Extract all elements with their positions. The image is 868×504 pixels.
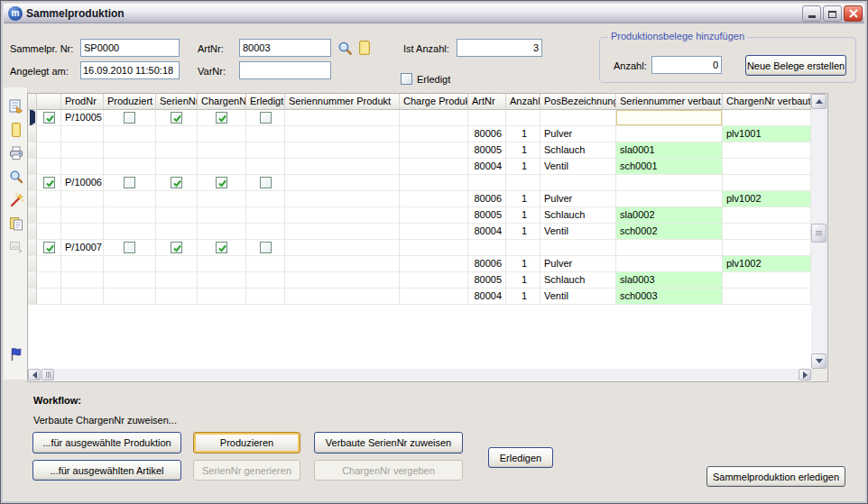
cell-posbezeichnung[interactable]: Ventil	[540, 159, 616, 175]
cell-charge-produkt[interactable]	[400, 272, 468, 289]
component-row[interactable]: 800041Ventilsch0003	[28, 289, 811, 305]
cell-seriennummer-verbaut[interactable]	[616, 256, 723, 272]
cell-chargennr[interactable]	[198, 191, 246, 207]
cell-prodnr[interactable]	[61, 256, 104, 272]
cell-erledigt[interactable]	[246, 224, 285, 240]
cell-chargennr-verbaut[interactable]	[723, 207, 811, 224]
cell-prodnr[interactable]	[61, 142, 104, 159]
image-export-icon-disabled[interactable]	[8, 239, 24, 255]
cell-prodnr[interactable]	[61, 207, 104, 224]
component-row[interactable]: 800061Pulverplv1002	[28, 191, 811, 207]
cell-posbezeichnung[interactable]	[540, 240, 616, 256]
cell-artnr[interactable]: 80006	[468, 126, 506, 142]
cell-prodnr[interactable]: P/10007	[61, 240, 104, 256]
grid-column-header-chargennr-verbaut[interactable]: ChargenNr verbaut	[723, 94, 811, 110]
sticky-note-icon[interactable]	[8, 122, 24, 138]
cell-anzahl[interactable]	[506, 240, 540, 256]
cell-erledigt[interactable]	[246, 272, 285, 289]
cell-anzahl[interactable]: 1	[506, 126, 540, 142]
cell-charge-produkt[interactable]	[400, 126, 468, 142]
grid-checkbox-select[interactable]	[43, 242, 55, 253]
cell-posbezeichnung[interactable]: Pulver	[540, 256, 616, 272]
cell-chargennr[interactable]	[198, 289, 246, 305]
cell-posbezeichnung[interactable]: Schlauch	[540, 272, 616, 289]
row-selector[interactable]	[28, 175, 37, 191]
erledigen-button[interactable]: Erledigen	[488, 447, 553, 468]
cell-produziert[interactable]	[104, 175, 156, 191]
grid-checkbox-erledigt[interactable]	[260, 112, 272, 124]
cell-select[interactable]	[37, 142, 61, 159]
grid-checkbox-produziert[interactable]	[124, 112, 135, 124]
search-article-button[interactable]	[336, 39, 354, 57]
cell-seriennummer-produkt[interactable]	[285, 207, 400, 224]
cell-charge-produkt[interactable]	[400, 191, 468, 207]
grid-column-header-charge-produkt[interactable]: Charge Produkt	[400, 94, 468, 110]
production-row[interactable]: P/10005	[28, 110, 811, 126]
erledigt-checkbox[interactable]	[401, 73, 412, 85]
horizontal-scrollbar[interactable]	[28, 369, 811, 381]
cell-charge-produkt[interactable]	[400, 207, 468, 224]
grid-checkbox-erledigt[interactable]	[260, 177, 272, 188]
cell-artnr[interactable]: 80005	[468, 207, 506, 224]
cell-seriennummer-verbaut[interactable]	[616, 240, 723, 256]
grid-column-header-seriennr[interactable]: SerienNr	[156, 94, 198, 110]
cell-chargennr-verbaut[interactable]	[723, 224, 811, 240]
cell-erledigt[interactable]	[246, 191, 285, 207]
cell-seriennr[interactable]	[156, 256, 198, 272]
cell-seriennr[interactable]	[156, 175, 198, 191]
cell-select[interactable]	[37, 207, 61, 224]
cell-prodnr[interactable]: P/10006	[61, 175, 104, 191]
copy-document-icon[interactable]	[8, 215, 24, 232]
cell-anzahl[interactable]: 1	[506, 207, 540, 224]
cell-charge-produkt[interactable]	[400, 224, 468, 240]
row-selector[interactable]	[28, 207, 37, 224]
grid-checkbox-erledigt[interactable]	[260, 242, 272, 253]
verbaute-seriennr-zuweisen-button[interactable]: Verbaute SerienNr zuweisen	[314, 432, 463, 454]
cell-erledigt[interactable]	[246, 142, 285, 159]
vertical-scrollbar[interactable]	[811, 94, 827, 369]
cell-anzahl[interactable]	[506, 175, 540, 191]
minimize-button[interactable]	[802, 5, 821, 22]
grid-column-header-chargennr[interactable]: ChargenNr	[198, 94, 246, 110]
cell-seriennummer-produkt[interactable]	[285, 159, 400, 175]
cell-chargennr[interactable]	[198, 224, 246, 240]
ist-anzahl-input[interactable]	[457, 39, 542, 57]
cell-anzahl[interactable]: 1	[506, 289, 540, 305]
cell-produziert[interactable]	[104, 159, 156, 175]
maximize-button[interactable]	[823, 5, 842, 22]
grid-column-header-seriennummer-verbaut[interactable]: Seriennummer verbaut	[616, 94, 723, 110]
row-selector[interactable]	[28, 256, 37, 272]
cell-seriennummer-verbaut[interactable]: sla0003	[616, 272, 723, 289]
cell-seriennummer-verbaut[interactable]	[616, 175, 723, 191]
cell-chargennr[interactable]	[198, 272, 246, 289]
cell-chargennr-verbaut[interactable]	[723, 110, 811, 126]
cell-posbezeichnung[interactable]: Pulver	[540, 191, 616, 207]
cell-seriennummer-produkt[interactable]	[285, 240, 400, 256]
row-selector[interactable]	[28, 240, 37, 256]
cell-select[interactable]	[37, 240, 61, 256]
cell-erledigt[interactable]	[246, 256, 285, 272]
cell-charge-produkt[interactable]	[400, 159, 468, 175]
cell-produziert[interactable]	[104, 126, 156, 142]
row-selector[interactable]	[28, 142, 37, 159]
cell-anzahl[interactable]: 1	[506, 159, 540, 175]
produzieren-button[interactable]: Produzieren	[193, 432, 300, 454]
production-row[interactable]: P/10007	[28, 240, 811, 256]
cell-erledigt[interactable]	[246, 207, 285, 224]
grid-checkbox-chargennr[interactable]	[216, 242, 227, 253]
cell-prodnr[interactable]	[61, 159, 104, 175]
cell-prodnr[interactable]	[61, 191, 104, 207]
cell-anzahl[interactable]: 1	[506, 256, 540, 272]
component-row[interactable]: 800041Ventilsch0002	[28, 224, 811, 240]
cell-artnr[interactable]	[468, 240, 506, 256]
grid-column-header-artnr[interactable]: ArtNr	[468, 94, 506, 110]
horizontal-scroll-thumb[interactable]	[42, 369, 54, 380]
cell-seriennummer-verbaut[interactable]: sla0002	[616, 207, 723, 224]
cell-seriennr[interactable]	[156, 142, 198, 159]
cell-seriennr[interactable]	[156, 126, 198, 142]
grid-checkbox-produziert[interactable]	[124, 242, 135, 253]
cell-seriennr[interactable]	[156, 207, 198, 224]
cell-chargennr-verbaut[interactable]: plv1001	[723, 126, 811, 142]
cell-seriennummer-verbaut[interactable]: sch0001	[616, 159, 723, 175]
cell-select[interactable]	[37, 159, 61, 175]
